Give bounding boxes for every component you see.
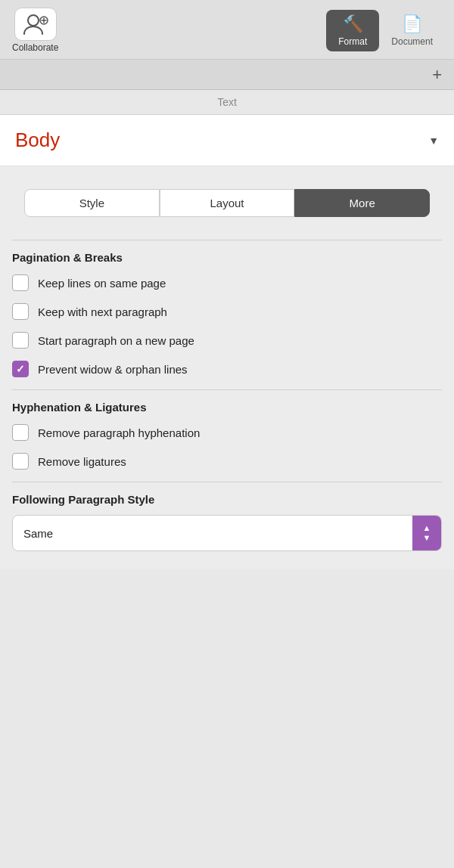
collaborate-button[interactable] xyxy=(14,8,57,41)
document-label: Document xyxy=(391,36,433,47)
checkbox-remove-ligatures-label: Remove ligatures xyxy=(38,455,126,468)
more-tab[interactable]: More xyxy=(294,189,430,217)
checkbox-keep-next-input[interactable] xyxy=(12,303,29,320)
following-style-section: Following Paragraph Style Same ▲ ▼ xyxy=(12,493,442,551)
divider-bottom xyxy=(12,482,442,482)
divider-top xyxy=(12,240,442,240)
body-style-dropdown-arrow: ▼ xyxy=(428,135,439,147)
hyphenation-title: Hyphenation & Ligatures xyxy=(12,401,442,414)
layout-tab[interactable]: Layout xyxy=(160,189,295,217)
checkbox-keep-lines-label: Keep lines on same page xyxy=(38,277,166,290)
checkbox-start-new-input[interactable] xyxy=(12,332,29,349)
checkbox-keep-lines: Keep lines on same page xyxy=(12,274,442,291)
following-style-value: Same xyxy=(13,518,412,549)
pagination-section: Pagination & Breaks Keep lines on same p… xyxy=(12,251,442,377)
checkbox-keep-next: Keep with next paragraph xyxy=(12,303,442,320)
format-label: Format xyxy=(338,36,367,47)
body-style-label: Body xyxy=(15,129,60,152)
checkbox-keep-next-label: Keep with next paragraph xyxy=(38,305,167,318)
collaborate-label: Collaborate xyxy=(12,42,58,53)
document-tab[interactable]: 📄 Document xyxy=(382,10,442,51)
stepper-up-icon[interactable]: ▲ xyxy=(423,524,431,532)
following-style-select[interactable]: Same ▲ ▼ xyxy=(12,515,442,551)
collaborate-icon xyxy=(23,13,48,36)
following-style-stepper[interactable]: ▲ ▼ xyxy=(412,516,441,550)
checkbox-prevent-widow-input[interactable] xyxy=(12,361,29,377)
add-button[interactable]: + xyxy=(432,67,442,83)
svg-point-0 xyxy=(28,15,39,26)
style-tab[interactable]: Style xyxy=(24,189,160,217)
hyphenation-section: Hyphenation & Ligatures Remove paragraph… xyxy=(12,401,442,470)
document-icon: 📄 xyxy=(402,14,422,34)
checkbox-start-new-label: Start paragraph on a new page xyxy=(38,334,194,347)
checkbox-keep-lines-input[interactable] xyxy=(12,274,29,291)
stepper-down-icon[interactable]: ▼ xyxy=(423,534,431,542)
checkbox-prevent-widow: Prevent widow & orphan lines xyxy=(12,361,442,377)
tab-buttons: 🔨 Format 📄 Document xyxy=(326,10,442,51)
collaborate-section: Collaborate xyxy=(12,8,58,53)
main-content: Style Layout More Pagination & Breaks Ke… xyxy=(0,166,454,569)
checkbox-remove-hyphenation: Remove paragraph hyphenation xyxy=(12,424,442,441)
body-style-row[interactable]: Body ▼ xyxy=(0,115,454,166)
add-bar: + xyxy=(0,60,454,90)
checkbox-remove-hyphenation-label: Remove paragraph hyphenation xyxy=(38,426,200,439)
text-section-label: Text xyxy=(217,96,237,108)
segment-tabs: Style Layout More xyxy=(12,178,442,217)
format-tab[interactable]: 🔨 Format xyxy=(326,10,379,51)
pagination-title: Pagination & Breaks xyxy=(12,251,442,264)
checkbox-prevent-widow-label: Prevent widow & orphan lines xyxy=(38,363,188,376)
toolbar: Collaborate 🔨 Format 📄 Document xyxy=(0,0,454,60)
checkbox-start-new: Start paragraph on a new page xyxy=(12,332,442,349)
divider-mid xyxy=(12,389,442,390)
format-icon: 🔨 xyxy=(343,14,363,34)
checkbox-remove-hyphenation-input[interactable] xyxy=(12,424,29,441)
following-style-title: Following Paragraph Style xyxy=(12,493,442,506)
text-section-header: Text xyxy=(0,90,454,115)
checkbox-remove-ligatures: Remove ligatures xyxy=(12,453,442,470)
checkbox-remove-ligatures-input[interactable] xyxy=(12,453,29,470)
